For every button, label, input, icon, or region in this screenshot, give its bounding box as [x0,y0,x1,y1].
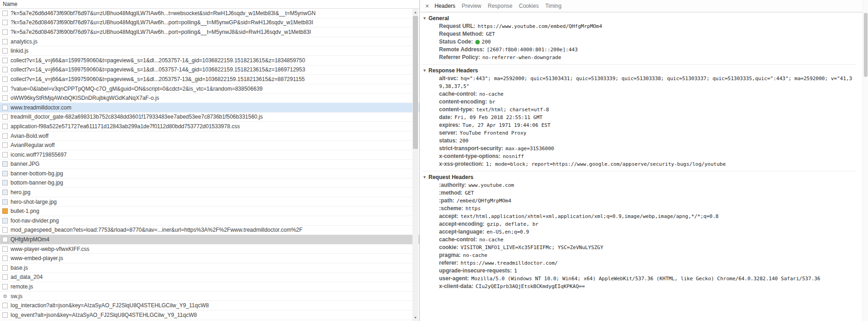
request-row[interactable]: treadmill_doctor_gate-682a698313b752c834… [0,113,419,122]
request-name: collect?v=1&_v=j66&a=1599759060&t=pagevi… [11,76,305,82]
header-name: content-encoding: [439,98,487,105]
request-row[interactable]: ?k=5a7e26d084673f690bf76d97&u=zUBhuo48Mq… [0,27,419,37]
header-value: Mozilla/5.0 (Windows NT 10.0; Win64; x64… [471,276,820,282]
request-row[interactable]: Avian-Bold.woff [0,131,419,141]
request-row[interactable]: ?k=5a7e26d6d4673f690bf76d97&u=zUBhuo48Mq… [0,9,419,18]
request-row[interactable]: collect?v=1&_v=j66&a=1599759060&t=pagevi… [0,75,419,84]
request-row[interactable]: log_interaction?alt=json&key=AIzaSyAO_FJ… [0,301,419,310]
section-title[interactable]: ▼Request Headers [423,174,856,181]
network-scrollbar-thumb[interactable] [413,16,418,149]
header-item: cache-control:no-cache [423,90,856,98]
name-column-header[interactable]: Name [0,0,419,9]
request-name: mod_pagespeed_beacon?ets=load:7753&rload… [11,227,302,233]
section-title[interactable]: ▼Response Headers [423,67,856,75]
scroll-up-arrow-icon[interactable]: ▲ [412,9,418,16]
tab-timing[interactable]: Timing [542,0,565,12]
tab-response[interactable]: Response [484,0,516,12]
request-name: collect?v=1&_v=j66&a=1599759060&t=pagevi… [11,66,305,73]
header-item: Referrer Policy:no-referrer-when-downgra… [423,54,856,61]
header-value: br [489,99,495,105]
file-icon [2,11,8,16]
request-name: bullet-1.png [11,208,39,214]
header-value: text/html,application/xhtml+xml,applicat… [461,213,719,219]
header-value: Fri, 09 Feb 2018 22:55:11 GMT [455,114,543,120]
details-scrollbar[interactable] [863,0,868,321]
file-icon [2,227,8,233]
header-value: /embed/QHfgMrpMOm4 [456,198,511,204]
disclosure-triangle-icon: ▼ [423,15,429,22]
request-row[interactable]: bottom-banner-bg.jpg [0,179,419,188]
request-row[interactable]: collect?v=1&_v=j66&a=1599759060&t=pagevi… [0,65,419,75]
scroll-down-arrow-icon[interactable]: ▼ [412,314,418,321]
request-name: bottom-banner-bg.jpg [11,180,63,186]
header-item: status:200 [423,137,856,145]
file-icon [2,284,8,289]
header-value: no-referrer-when-downgrade [482,54,561,60]
request-row[interactable]: application-f98a522e571727ea611171d12843… [0,122,419,131]
tab-headers[interactable]: Headers [431,0,458,12]
header-item: :authority:www.youtube.com [423,181,856,189]
request-name: ?k=5a7e26d084673f690bf76d97&u=zUBhuo48Mq… [11,29,311,35]
details-scrollbar-thumb[interactable] [864,13,868,77]
header-item: strict-transport-security:max-age=315360… [423,145,856,152]
request-row[interactable]: linkid.js [0,46,419,56]
header-value: en-US,en;q=0.9 [487,229,529,235]
header-name: Referrer Policy: [439,54,480,60]
network-list-scrollbar[interactable]: ▲ ▼ [412,9,418,321]
header-name: :path: [439,197,454,204]
details-tab-bar: × HeadersPreviewResponseCookiesTiming [420,0,863,12]
disclosure-triangle-icon: ▼ [423,174,429,181]
header-value: https://www.youtube.com/embed/QHfgMrpMOm… [478,23,602,29]
header-name: x-content-type-options: [439,153,500,159]
tab-preview[interactable]: Preview [459,0,485,12]
request-row[interactable]: ?value=0&label=v3qnCPPTpQMQ-c7O_gM&guid=… [0,84,419,94]
request-row[interactable]: AvianRegular.woff [0,141,419,150]
request-row[interactable]: analytics.js [0,37,419,47]
request-row[interactable]: mod_pagespeed_beacon?ets=load:7753&rload… [0,226,419,235]
header-value: 1; mode=block; report=https://www.google… [486,161,725,167]
request-row[interactable]: remote.js [0,282,419,292]
header-item: x-xss-protection:1; mode=block; report=h… [423,160,856,168]
header-name: upgrade-insecure-requests: [439,267,512,274]
request-name: AvianRegular.woff [11,142,55,148]
header-name: alt-svc: [439,75,458,82]
header-item: accept:text/html,application/xhtml+xml,a… [423,212,856,220]
header-name: accept: [439,213,458,219]
close-details-button[interactable]: × [423,2,431,10]
image-file-icon [2,161,8,167]
file-icon [2,256,8,261]
header-item: Request URL:https://www.youtube.com/embe… [423,22,856,30]
request-row[interactable]: hero-shot-large.jpg [0,197,419,207]
request-name: sw.js [11,293,22,299]
request-row[interactable]: www-player-webp-vflwxKIFF.css [0,245,419,254]
image-file-icon [2,171,8,176]
file-icon [2,95,8,101]
request-row[interactable]: banner.JPG [0,160,419,169]
request-row[interactable]: www.treadmilldoctor.com [0,103,419,113]
request-row[interactable]: oWW96kyStRMjqAWxbQKISDnDRujbkgWGdKaNqX7a… [0,93,419,103]
request-row[interactable]: log_event?alt=json&key=AIzaSyAO_FJ2SlqU8… [0,310,419,320]
request-row[interactable]: hero.jpg [0,188,419,197]
image-file-icon [2,180,8,185]
network-request-list: Name ?k=5a7e26d6d4673f690bf76d97&u=zUBhu… [0,0,420,321]
request-row[interactable]: foot-nav-divider.png [0,216,419,226]
file-icon [2,152,8,158]
request-name: application-f98a522e571727ea611171d12843… [11,123,240,130]
request-row[interactable]: QHfgMrpMOm4 [0,235,419,245]
file-icon [2,246,8,252]
request-name: linkid.js [11,48,28,54]
request-row[interactable]: bullet-1.png [0,207,419,216]
header-value: no-cache [479,237,504,243]
request-row[interactable]: www-embed-player.js [0,254,419,263]
request-row[interactable]: iconic.woff?719855697 [0,150,419,160]
request-row[interactable]: base.js [0,263,419,273]
request-row[interactable]: ad_data_204 [0,273,419,283]
request-row[interactable]: banner-bottom-bg.jpg [0,169,419,179]
header-value: https [466,206,481,212]
header-item: expires:Tue, 27 Apr 1971 19:44:06 EST [423,121,856,129]
section-title[interactable]: ▼General [423,15,856,22]
request-row[interactable]: ⚙sw.js [0,292,419,301]
request-row[interactable]: ?k=5a7e26d084673f690bf76d97&u=zUBhuo48Mq… [0,18,419,28]
tab-cookies[interactable]: Cookies [516,0,542,12]
request-row[interactable]: collect?v=1&_v=j66&a=1599759060&t=pagevi… [0,56,419,65]
